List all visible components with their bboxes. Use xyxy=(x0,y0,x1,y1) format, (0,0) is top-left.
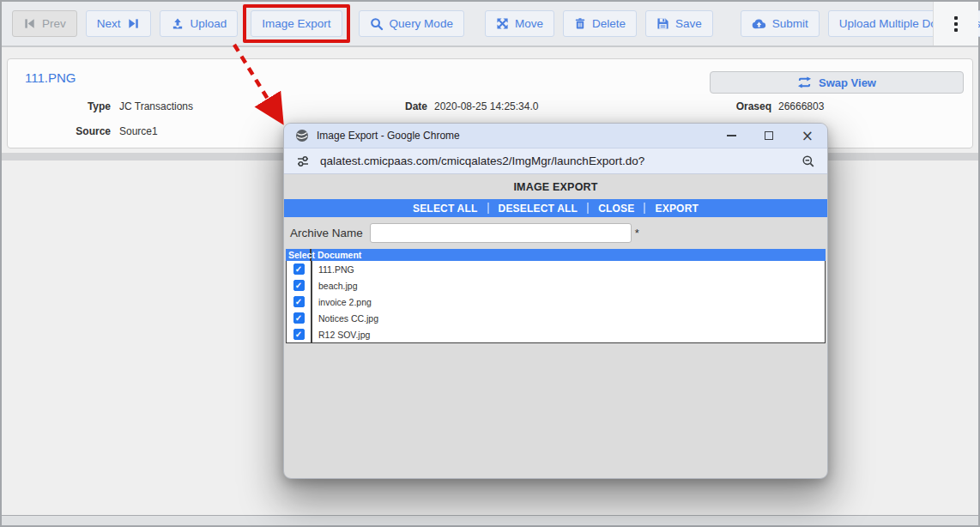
row-checkbox[interactable] xyxy=(293,312,305,324)
table-header-row: Select Document xyxy=(286,249,826,261)
ellipsis-dot xyxy=(954,22,958,26)
documents-table: Select Document 111.PNG beach.jpg invoic… xyxy=(286,249,826,343)
move-label: Move xyxy=(515,17,543,30)
ellipsis-dot xyxy=(954,16,958,20)
swap-view-button[interactable]: Swap View xyxy=(710,71,964,94)
site-settings-tune-icon xyxy=(296,154,310,168)
document-name: Notices CC.jpg xyxy=(312,310,378,326)
skip-forward-icon xyxy=(127,17,140,30)
image-export-button[interactable]: Image Export xyxy=(251,10,342,37)
close-icon[interactable]: × xyxy=(802,129,814,143)
window-controls: × xyxy=(727,129,814,143)
image-export-label: Image Export xyxy=(262,17,330,30)
save-label: Save xyxy=(675,17,702,30)
source-value: Source1 xyxy=(119,125,158,137)
row-checkbox[interactable] xyxy=(293,264,305,275)
date-label: Date xyxy=(334,100,427,112)
delete-button[interactable]: Delete xyxy=(563,10,637,37)
document-name: invoice 2.png xyxy=(312,294,372,310)
move-button[interactable]: Move xyxy=(485,10,554,37)
required-marker: * xyxy=(635,227,639,239)
close-link[interactable]: CLOSE xyxy=(598,203,634,215)
minimize-icon[interactable] xyxy=(727,135,736,136)
action-separator xyxy=(487,203,489,214)
swap-icon xyxy=(797,76,812,88)
action-separator xyxy=(587,203,589,214)
type-label: Type xyxy=(8,100,111,112)
document-column-header: Document xyxy=(312,250,361,260)
zoom-out-magnifier-icon[interactable] xyxy=(802,154,815,168)
prev-button[interactable]: Prev xyxy=(12,10,77,37)
oraseq-value: 26666803 xyxy=(778,100,824,112)
row-checkbox[interactable] xyxy=(293,296,305,307)
query-mode-button[interactable]: Query Mode xyxy=(359,10,464,37)
delete-label: Delete xyxy=(592,17,626,30)
archive-name-label: Archive Name xyxy=(290,227,363,239)
document-title[interactable]: 111.PNG xyxy=(25,70,76,85)
row-checkbox[interactable] xyxy=(293,280,305,291)
document-name: beach.jpg xyxy=(312,277,358,294)
submit-button[interactable]: Submit xyxy=(741,10,820,37)
type-value: JC Transactions xyxy=(119,100,193,112)
prev-label: Prev xyxy=(42,17,66,30)
upload-label: Upload xyxy=(191,17,227,30)
document-name: 111.PNG xyxy=(312,261,354,277)
popup-window-title: Image Export - Google Chrome xyxy=(317,130,460,142)
trash-icon xyxy=(574,17,586,30)
source-label: Source xyxy=(8,125,111,137)
next-label: Next xyxy=(97,17,121,30)
table-row: invoice 2.png xyxy=(287,294,825,310)
row-checkbox[interactable] xyxy=(293,329,305,340)
overflow-menu-button[interactable] xyxy=(933,2,978,45)
move-arrows-icon xyxy=(496,17,509,30)
table-row: 111.PNG xyxy=(287,261,825,277)
export-link[interactable]: EXPORT xyxy=(655,203,699,215)
next-button[interactable]: Next xyxy=(86,10,151,37)
swap-view-label: Swap View xyxy=(819,76,876,89)
select-column-header: Select xyxy=(286,249,312,261)
table-row: Notices CC.jpg xyxy=(287,310,825,326)
cloud-upload-icon xyxy=(752,17,766,30)
query-mode-label: Query Mode xyxy=(390,17,453,30)
select-all-link[interactable]: SELECT ALL xyxy=(413,203,478,215)
table-row: beach.jpg xyxy=(287,277,825,294)
skip-back-icon xyxy=(23,17,36,30)
submit-label: Submit xyxy=(772,17,808,30)
red-highlight-frame: Image Export xyxy=(243,4,349,43)
image-export-popup-window: Image Export - Google Chrome × qalatest.… xyxy=(283,123,828,479)
oraseq-label: Oraseq xyxy=(660,100,771,112)
upload-button[interactable]: Upload xyxy=(160,10,239,37)
maximize-icon[interactable] xyxy=(765,131,773,140)
save-floppy-icon xyxy=(656,17,669,30)
popup-titlebar[interactable]: Image Export - Google Chrome × xyxy=(284,124,827,148)
table-body: 111.PNG beach.jpg invoice 2.png Notices … xyxy=(286,261,826,343)
url-text[interactable]: qalatest.cmicpaas.com/cmicqalates2/ImgMg… xyxy=(320,154,644,167)
archive-name-input[interactable] xyxy=(370,223,632,243)
globe-page-icon xyxy=(295,129,309,142)
document-name: R12 SOV.jpg xyxy=(312,326,370,342)
upload-icon xyxy=(171,17,185,30)
date-value: 2020-08-25 14:25:34.0 xyxy=(434,100,538,112)
image-export-heading: IMAGE EXPORT xyxy=(284,174,827,199)
save-button[interactable]: Save xyxy=(645,10,713,37)
search-icon xyxy=(370,17,384,31)
table-row: R12 SOV.jpg xyxy=(287,326,825,342)
ellipsis-dot xyxy=(954,28,958,32)
archive-name-row: Archive Name * xyxy=(284,217,827,249)
main-toolbar: Prev Next Upload Image Export xyxy=(2,2,978,47)
deselect-all-link[interactable]: DESELECT ALL xyxy=(499,203,578,215)
app-screen: Prev Next Upload Image Export xyxy=(0,0,980,527)
export-action-bar: SELECT ALL DESELECT ALL CLOSE EXPORT xyxy=(284,199,827,217)
bottom-scroll-strip[interactable] xyxy=(2,515,978,525)
action-separator xyxy=(644,203,645,214)
popup-url-bar[interactable]: qalatest.cmicpaas.com/cmicqalates2/ImgMg… xyxy=(284,148,827,174)
